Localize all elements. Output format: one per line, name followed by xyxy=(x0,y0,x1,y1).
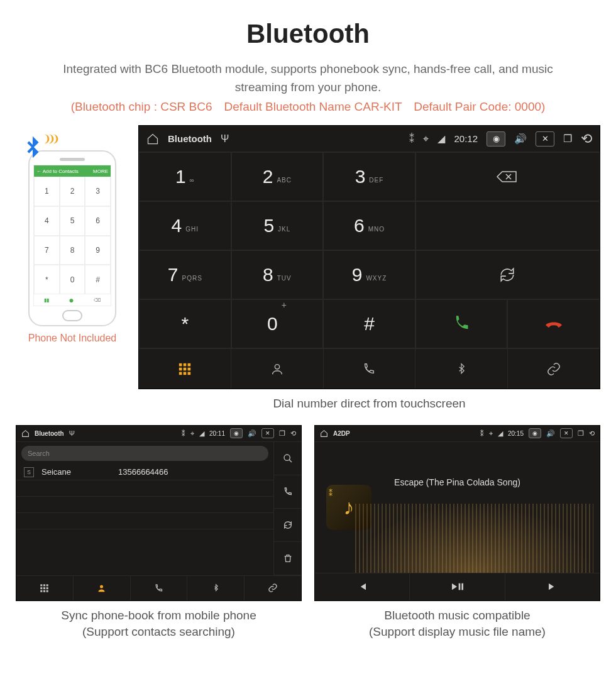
volume-icon[interactable]: 🔊 xyxy=(546,429,555,438)
bluetooth-status-icon: ⁑ xyxy=(409,133,414,145)
dialer-caption: Dial number direct from touchscreen xyxy=(138,396,600,412)
contact-row[interactable]: S Seicane 13566664466 xyxy=(16,465,273,480)
status-title: A2DP xyxy=(333,430,350,437)
close-icon[interactable]: ✕ xyxy=(261,428,274,438)
prev-track-button[interactable] xyxy=(315,573,410,600)
end-call-button[interactable] xyxy=(507,299,600,348)
svg-rect-21 xyxy=(459,584,461,590)
search-button[interactable] xyxy=(273,442,301,475)
bluetooth-status-icon: ⁑ xyxy=(182,429,185,438)
music-controls xyxy=(315,573,600,600)
tab-link[interactable] xyxy=(245,576,301,600)
svg-rect-14 xyxy=(41,587,43,589)
usb-icon: Ψ xyxy=(69,429,75,437)
key-7[interactable]: 7PQRS xyxy=(139,250,231,299)
play-pause-button[interactable] xyxy=(410,573,505,600)
wifi-icon: ◢ xyxy=(199,429,204,438)
tab-recent[interactable] xyxy=(131,576,188,600)
location-icon: ⌖ xyxy=(489,429,493,438)
contact-name: Seicane xyxy=(41,467,111,477)
music-screen: A2DP ⁑ ⌖ ◢ 20:15 ◉ 🔊 ✕ ❐ ⟲ ⁑♪ Escape xyxy=(314,425,600,601)
key-2[interactable]: 2ABC xyxy=(231,152,324,201)
svg-rect-12 xyxy=(43,584,45,586)
status-bar: A2DP ⁑ ⌖ ◢ 20:15 ◉ 🔊 ✕ ❐ ⟲ xyxy=(315,426,600,442)
contact-row-empty xyxy=(16,529,273,546)
back-icon[interactable]: ⟲ xyxy=(581,131,592,147)
camera-icon[interactable]: ◉ xyxy=(487,131,505,147)
backspace-button[interactable] xyxy=(415,152,600,201)
contact-row-empty xyxy=(16,513,273,529)
key-*[interactable]: * xyxy=(139,299,231,348)
recent-apps-icon[interactable]: ❐ xyxy=(578,429,584,438)
phone-topbar-left: ← Add to Contacts xyxy=(36,169,79,174)
music-caption: Bluetooth music compatible(Support displ… xyxy=(314,607,600,641)
key-3[interactable]: 3DEF xyxy=(323,152,415,201)
key-#[interactable]: # xyxy=(323,299,415,348)
volume-icon[interactable]: 🔊 xyxy=(514,133,527,145)
page-title: Bluetooth xyxy=(16,19,600,49)
delete-button[interactable] xyxy=(273,542,301,575)
dialer-tabs xyxy=(139,348,600,389)
page-description: Integrated with BC6 Bluetooth module, su… xyxy=(16,60,600,96)
svg-rect-22 xyxy=(462,584,464,590)
svg-rect-3 xyxy=(179,367,182,370)
recent-apps-icon[interactable]: ❐ xyxy=(563,133,572,145)
search-input[interactable]: Search xyxy=(21,446,268,461)
close-icon[interactable]: ✕ xyxy=(560,428,573,438)
tab-contacts[interactable] xyxy=(231,349,324,389)
contact-row-empty xyxy=(16,497,273,513)
key-1[interactable]: 1∞ xyxy=(139,152,231,201)
recent-apps-icon[interactable]: ❐ xyxy=(279,429,285,438)
volume-icon[interactable]: 🔊 xyxy=(248,429,256,438)
key-0[interactable]: 0+ xyxy=(231,299,324,348)
back-icon[interactable]: ⟲ xyxy=(589,429,595,438)
tab-recent[interactable] xyxy=(324,349,416,389)
home-icon[interactable] xyxy=(146,133,159,145)
svg-rect-2 xyxy=(187,363,190,366)
sync-button[interactable] xyxy=(273,509,301,542)
wifi-icon: ◢ xyxy=(437,133,445,145)
camera-icon[interactable]: ◉ xyxy=(529,428,541,438)
contact-letter: S xyxy=(24,467,34,477)
camera-icon[interactable]: ◉ xyxy=(230,428,243,438)
tab-bluetooth[interactable] xyxy=(415,349,508,389)
contact-number: 13566664466 xyxy=(118,467,168,477)
status-bar: Bluetooth Ψ ⁑ ⌖ ◢ 20:12 ◉ 🔊 ✕ ❐ ⟲ xyxy=(139,126,600,152)
key-9[interactable]: 9WXYZ xyxy=(323,250,415,299)
next-track-button[interactable] xyxy=(505,573,600,600)
home-icon[interactable] xyxy=(320,429,328,438)
call-button[interactable] xyxy=(415,299,508,348)
tab-contacts[interactable] xyxy=(74,576,131,600)
svg-rect-6 xyxy=(179,372,182,375)
call-button[interactable] xyxy=(273,475,301,509)
bluetooth-status-icon: ⁑ xyxy=(480,429,484,438)
svg-rect-1 xyxy=(184,363,187,366)
status-bar: Bluetooth Ψ ⁑ ⌖ ◢ 20:11 ◉ 🔊 ✕ ❐ ⟲ xyxy=(16,426,301,442)
tab-keypad[interactable] xyxy=(16,576,74,600)
usb-icon: Ψ xyxy=(221,133,229,145)
home-icon[interactable] xyxy=(21,429,30,438)
svg-rect-7 xyxy=(184,372,187,375)
tab-link[interactable] xyxy=(508,349,600,389)
key-4[interactable]: 4GHI xyxy=(139,201,231,250)
key-5[interactable]: 5JKL xyxy=(231,201,324,250)
phone-topbar-right: MORE xyxy=(93,169,108,174)
svg-rect-11 xyxy=(41,584,43,586)
tab-keypad[interactable] xyxy=(139,349,231,389)
key-8[interactable]: 8TUV xyxy=(231,250,324,299)
back-icon[interactable]: ⟲ xyxy=(290,429,296,438)
phone-illustration: ❩❩❩ ← Add to Contacts MORE 123 456 789 *… xyxy=(16,125,129,344)
close-icon[interactable]: ✕ xyxy=(536,131,554,147)
clock: 20:11 xyxy=(209,430,225,437)
empty-cell xyxy=(415,201,600,250)
album-art: ⁑♪ xyxy=(326,485,371,530)
svg-rect-5 xyxy=(187,367,190,370)
key-6[interactable]: 6MNO xyxy=(323,201,415,250)
location-icon: ⌖ xyxy=(190,429,194,438)
phone-keypad: 123 456 789 *0# xyxy=(34,177,111,294)
redial-button[interactable] xyxy=(415,250,600,299)
track-title: Escape (The Pina Colada Song) xyxy=(394,477,520,487)
contacts-caption: Sync phone-book from mobile phone(Suppor… xyxy=(16,607,302,641)
status-title: Bluetooth xyxy=(168,133,212,144)
tab-bluetooth[interactable] xyxy=(187,576,245,600)
